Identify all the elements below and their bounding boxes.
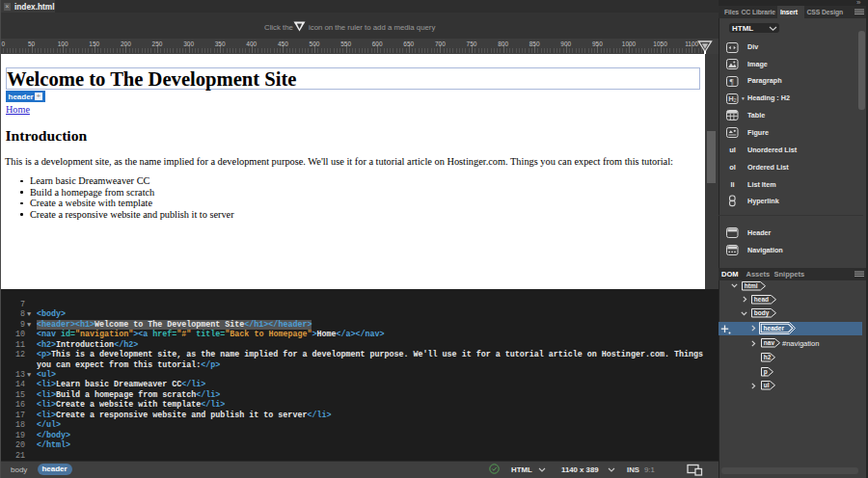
svg-text:p: p: [764, 367, 768, 375]
svg-text:html: html: [745, 281, 758, 288]
svg-text:ul: ul: [763, 382, 769, 388]
svg-text:head: head: [754, 296, 769, 303]
svg-text:nav: nav: [764, 339, 775, 346]
svg-text:2: 2: [734, 96, 737, 102]
svg-text:h2: h2: [763, 353, 771, 359]
svg-text:body: body: [754, 309, 770, 317]
svg-text:header: header: [763, 325, 784, 332]
svg-text:¶: ¶: [730, 76, 734, 86]
